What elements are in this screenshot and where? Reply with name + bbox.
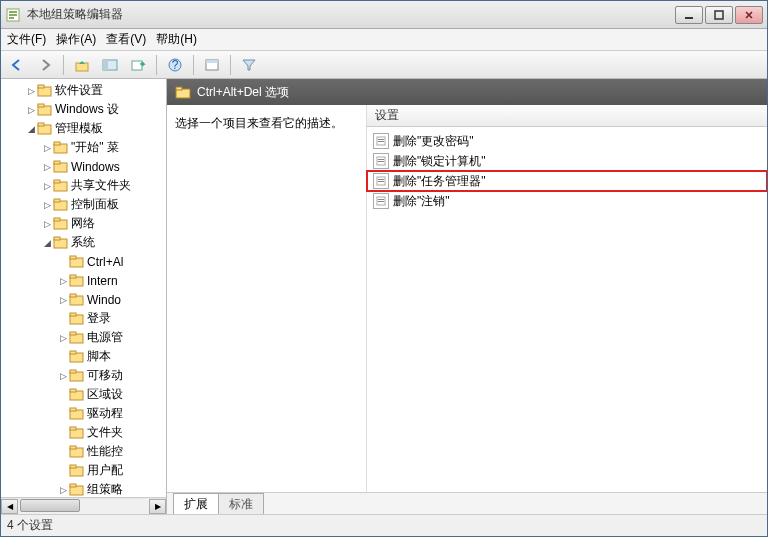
tree-item[interactable]: ▷组策略 (1, 480, 166, 497)
menu-file[interactable]: 文件(F) (7, 31, 46, 48)
tree-item[interactable]: ▷软件设置 (1, 81, 166, 100)
svg-rect-39 (70, 313, 76, 316)
tree-item[interactable]: ◢系统 (1, 233, 166, 252)
maximize-button[interactable] (705, 6, 733, 24)
expand-icon[interactable]: ▷ (41, 143, 53, 153)
menu-view[interactable]: 查看(V) (106, 31, 146, 48)
tree-hscrollbar[interactable]: ◀ ▶ (1, 497, 166, 514)
tree-item[interactable]: ▷网络 (1, 214, 166, 233)
expand-icon[interactable]: ▷ (41, 181, 53, 191)
scroll-left-button[interactable]: ◀ (1, 499, 18, 514)
expand-icon[interactable]: ▷ (41, 219, 53, 229)
expand-icon[interactable]: ▷ (57, 295, 69, 305)
folder-icon (53, 179, 69, 193)
expand-icon[interactable]: ▷ (57, 485, 69, 495)
folder-icon (69, 331, 85, 345)
expand-icon[interactable]: ▷ (57, 333, 69, 343)
tree-item[interactable]: ▷Intern (1, 271, 166, 290)
expand-icon[interactable]: ▷ (41, 162, 53, 172)
svg-rect-53 (70, 446, 76, 449)
tree-item[interactable]: 性能控 (1, 442, 166, 461)
folder-icon (69, 464, 85, 478)
tab-extended[interactable]: 扩展 (173, 493, 219, 514)
svg-rect-15 (38, 85, 44, 88)
window-title: 本地组策略编辑器 (27, 6, 675, 23)
back-button[interactable] (5, 54, 29, 76)
svg-rect-27 (54, 199, 60, 202)
tree-item-label: 电源管 (87, 329, 123, 346)
svg-rect-35 (70, 275, 76, 278)
list-header-setting[interactable]: 设置 (367, 105, 767, 127)
menu-action[interactable]: 操作(A) (56, 31, 96, 48)
expand-icon[interactable]: ▷ (25, 86, 37, 96)
right-pane: Ctrl+Alt+Del 选项 选择一个项目来查看它的描述。 设置 删除"更改密… (167, 79, 767, 514)
forward-button[interactable] (33, 54, 57, 76)
tree-item[interactable]: ▷"开始" 菜 (1, 138, 166, 157)
view-tabs: 扩展 标准 (167, 492, 767, 514)
tree-item[interactable]: 脚本 (1, 347, 166, 366)
policy-icon (373, 153, 389, 169)
tree-item[interactable]: ▷共享文件夹 (1, 176, 166, 195)
expand-icon[interactable]: ▷ (57, 276, 69, 286)
tree-item[interactable]: 登录 (1, 309, 166, 328)
scroll-right-button[interactable]: ▶ (149, 499, 166, 514)
tree-item[interactable]: ▷可移动 (1, 366, 166, 385)
svg-rect-21 (54, 142, 60, 145)
svg-rect-73 (378, 201, 384, 202)
folder-icon (53, 236, 69, 250)
tree-item[interactable]: ▷Windo (1, 290, 166, 309)
tree-item[interactable]: Ctrl+Al (1, 252, 166, 271)
tree-body[interactable]: ▷软件设置▷Windows 设◢管理模板▷"开始" 菜▷Windows▷共享文件… (1, 79, 166, 497)
export-list-button[interactable] (126, 54, 150, 76)
tree-item[interactable]: 文件夹 (1, 423, 166, 442)
tree-item[interactable]: 驱动程 (1, 404, 166, 423)
list-row[interactable]: 删除"注销" (367, 191, 767, 211)
titlebar[interactable]: 本地组策略编辑器 (1, 1, 767, 29)
tree-item[interactable]: ▷电源管 (1, 328, 166, 347)
help-button[interactable]: ? (163, 54, 187, 76)
folder-icon (69, 483, 85, 497)
svg-rect-43 (70, 351, 76, 354)
tree-item[interactable]: ▷Windows 设 (1, 100, 166, 119)
tree-item-label: 可移动 (87, 367, 123, 384)
tree-item-label: "开始" 菜 (71, 139, 119, 156)
list-row[interactable]: 删除"锁定计算机" (367, 151, 767, 171)
tree-item[interactable]: ◢管理模板 (1, 119, 166, 138)
minimize-button[interactable] (675, 6, 703, 24)
list-row[interactable]: 删除"任务管理器" (367, 171, 767, 191)
show-hide-tree-button[interactable] (98, 54, 122, 76)
tab-standard[interactable]: 标准 (218, 493, 264, 514)
scroll-thumb[interactable] (20, 499, 80, 512)
svg-rect-25 (54, 180, 60, 183)
tree-item-label: 组策略 (87, 481, 123, 497)
tree-item-label: 共享文件夹 (71, 177, 131, 194)
list-row[interactable]: 删除"更改密码" (367, 131, 767, 151)
svg-text:?: ? (172, 58, 179, 72)
expand-icon[interactable]: ▷ (41, 200, 53, 210)
folder-icon (69, 426, 85, 440)
expand-icon[interactable]: ▷ (57, 371, 69, 381)
expand-icon[interactable]: ▷ (25, 105, 37, 115)
toolbar: ? (1, 51, 767, 79)
close-button[interactable] (735, 6, 763, 24)
menu-help[interactable]: 帮助(H) (156, 31, 197, 48)
tree-item-label: 脚本 (87, 348, 111, 365)
tree-item[interactable]: ▷Windows (1, 157, 166, 176)
tree-item[interactable]: 区域设 (1, 385, 166, 404)
folder-icon (69, 369, 85, 383)
tree-item-label: Ctrl+Al (87, 255, 123, 269)
svg-rect-4 (685, 17, 693, 19)
properties-button[interactable] (200, 54, 224, 76)
filter-button[interactable] (237, 54, 261, 76)
expand-icon[interactable]: ◢ (41, 238, 53, 248)
expand-icon[interactable]: ◢ (25, 124, 37, 134)
toolbar-separator (156, 55, 157, 75)
svg-rect-64 (378, 141, 384, 142)
settings-list[interactable]: 删除"更改密码"删除"锁定计算机"删除"任务管理器"删除"注销" (367, 127, 767, 492)
tree-item-label: 软件设置 (55, 82, 103, 99)
scroll-track[interactable] (18, 499, 149, 514)
tree-item[interactable]: 用户配 (1, 461, 166, 480)
main-split: 选择一个项目来查看它的描述。 设置 删除"更改密码"删除"锁定计算机"删除"任务… (167, 105, 767, 492)
tree-item[interactable]: ▷控制面板 (1, 195, 166, 214)
up-folder-button[interactable] (70, 54, 94, 76)
